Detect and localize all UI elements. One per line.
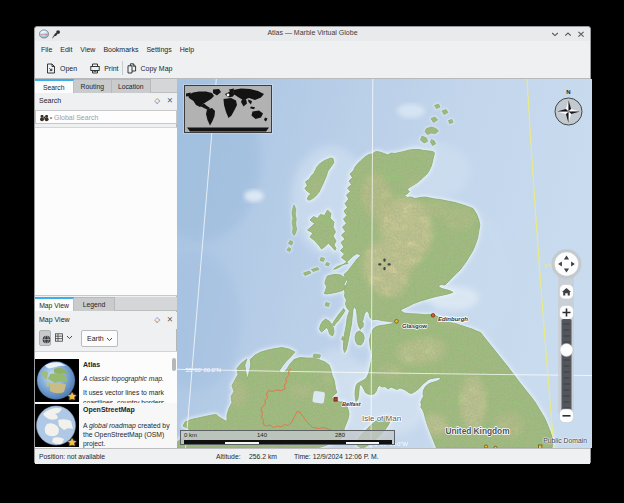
scale-zero: 0 km <box>184 432 197 438</box>
tab-legend[interactable]: Legend <box>74 297 115 311</box>
chevron-down-icon[interactable] <box>66 335 73 340</box>
float-panel-icon[interactable]: ◇ <box>154 315 160 324</box>
tab-search[interactable]: Search <box>35 79 74 93</box>
celestial-body-value: Earth <box>87 335 104 342</box>
menu-edit[interactable]: Edit <box>60 46 72 53</box>
scale-bar: 0 km 140 280 <box>180 430 395 445</box>
close-panel-icon[interactable]: ✕ <box>167 315 173 324</box>
map-theme-title: Atlas <box>83 361 100 368</box>
menu-file[interactable]: File <box>41 46 52 53</box>
panel-tabbar: Search Routing Location <box>35 79 177 93</box>
close-button[interactable] <box>577 30 585 38</box>
search-panel-header: Search ◇ ✕ <box>35 93 177 110</box>
menu-view[interactable]: View <box>80 46 95 53</box>
toolbar-separator <box>122 61 123 75</box>
open-icon <box>46 63 56 74</box>
chevron-down-icon <box>106 337 113 342</box>
map-theme-title: OpenStreetMap <box>83 406 135 413</box>
app-window: Atlas — Marble Virtual Globe File Edit V… <box>34 26 591 463</box>
home-button[interactable] <box>560 285 574 300</box>
float-panel-icon[interactable]: ◇ <box>154 96 160 105</box>
open-button[interactable]: Open <box>46 63 77 74</box>
globe-view-button[interactable] <box>39 330 51 346</box>
celestial-body-select[interactable]: Earth <box>81 330 118 347</box>
zoom-slider-knob[interactable] <box>560 344 573 357</box>
maximize-button[interactable] <box>564 30 572 38</box>
copy-map-icon <box>127 63 137 74</box>
close-panel-icon[interactable]: ✕ <box>167 96 173 105</box>
open-label: Open <box>60 65 77 72</box>
left-panel: Search Routing Location Search ◇ ✕ <box>35 79 177 448</box>
map-theme-list: ★ Atlas A classic topographic map. It us… <box>35 351 177 448</box>
binoculars-icon[interactable] <box>40 114 53 123</box>
print-label: Print <box>104 65 118 72</box>
menu-help[interactable]: Help <box>180 46 194 53</box>
toolbar: Open Print Copy Map <box>35 58 590 79</box>
copy-map-button[interactable]: Copy Map <box>127 63 173 74</box>
map-canvas[interactable]: 55°00' 00.0"N 5°00' 00.0"W 0°00' 00.0"W <box>177 79 592 448</box>
search-panel-title: Search <box>39 97 61 104</box>
status-position: Position: not available <box>39 453 105 460</box>
license-label[interactable]: Public Domain <box>543 437 587 444</box>
tab-location[interactable]: Location <box>112 79 151 93</box>
maplist-scrollbar[interactable] <box>172 354 176 447</box>
map-theme-desc: A global roadmap created by <box>83 422 175 429</box>
menubar: File Edit View Bookmarks Settings Help <box>35 41 590 58</box>
print-button[interactable]: Print <box>90 63 118 74</box>
minimize-button[interactable] <box>551 30 559 38</box>
print-icon <box>90 63 100 74</box>
bottom-tabbar: Map View Legend <box>35 297 177 311</box>
tab-routing[interactable]: Routing <box>74 79 113 93</box>
window-title: Atlas — Marble Virtual Globe <box>35 29 590 36</box>
favorite-star-icon: ★ <box>67 436 77 448</box>
tab-map-view[interactable]: Map View <box>35 297 74 311</box>
status-altitude-value: 256.2 km <box>249 453 277 460</box>
map-theme-desc: A classic topographic map. <box>83 375 175 382</box>
search-input[interactable]: Global Search <box>35 110 177 124</box>
statusbar: Position: not available Altitude: 256.2 … <box>35 448 590 464</box>
search-placeholder: Global Search <box>54 114 98 121</box>
search-results[interactable] <box>35 127 177 296</box>
pan-control[interactable] <box>552 249 582 279</box>
zoom-slider[interactable] <box>560 319 573 412</box>
list-view-icon[interactable] <box>55 333 63 342</box>
zoom-in-button[interactable] <box>560 306 574 320</box>
favorite-star-icon: ★ <box>67 390 77 403</box>
status-altitude-label: Altitude: <box>216 453 241 460</box>
menu-bookmarks[interactable]: Bookmarks <box>103 46 138 53</box>
menu-settings[interactable]: Settings <box>146 46 171 53</box>
status-time: Time: 12/9/2024 12:06 P. M. <box>294 453 379 460</box>
scale-mid: 140 <box>257 432 267 438</box>
mapview-controls: Earth <box>35 329 177 351</box>
mapview-panel-title: Map View <box>39 316 70 323</box>
scale-max: 280 <box>335 432 345 438</box>
copy-map-label: Copy Map <box>141 65 173 72</box>
map-theme-openstreetmap[interactable]: ★ OpenStreetMap A global roadmap created… <box>35 403 177 448</box>
globe-icon <box>42 335 51 344</box>
zoom-out-button[interactable] <box>560 409 574 423</box>
map-theme-atlas[interactable]: ★ Atlas A classic topographic map. It us… <box>35 358 177 403</box>
titlebar[interactable]: Atlas — Marble Virtual Globe <box>35 27 590 41</box>
mapview-panel-header: Map View ◇ ✕ <box>35 312 177 329</box>
